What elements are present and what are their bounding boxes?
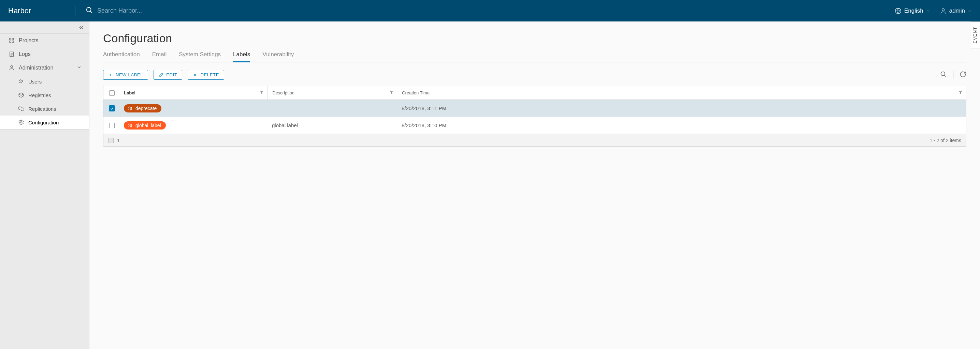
svg-point-3 bbox=[942, 8, 944, 11]
svg-rect-4 bbox=[10, 38, 11, 40]
language-selector[interactable]: English bbox=[895, 8, 930, 14]
action-separator bbox=[953, 71, 953, 79]
sidebar-item-replications[interactable]: Replications bbox=[0, 102, 89, 116]
svg-rect-5 bbox=[12, 38, 14, 40]
tab-authentication[interactable]: Authentication bbox=[103, 51, 140, 62]
svg-point-27 bbox=[131, 126, 132, 127]
svg-point-14 bbox=[22, 81, 23, 82]
chevron-down-icon bbox=[968, 9, 972, 13]
new-label-button[interactable]: New Label bbox=[103, 70, 148, 80]
svg-point-0 bbox=[87, 7, 91, 11]
row-checkbox[interactable] bbox=[109, 123, 115, 128]
sidebar-item-logs[interactable]: Logs bbox=[0, 48, 89, 61]
brand-title: Harbor bbox=[0, 6, 75, 15]
footer-checkbox bbox=[108, 138, 114, 143]
button-label: Delete bbox=[200, 72, 219, 78]
svg-rect-6 bbox=[10, 41, 11, 43]
sidebar-item-users[interactable]: Users bbox=[0, 75, 89, 88]
tab-vulnerability[interactable]: Vulnerability bbox=[262, 51, 294, 62]
search-input[interactable] bbox=[97, 7, 200, 14]
table-row[interactable]: global_label global label 8/20/2018, 3:1… bbox=[103, 117, 966, 134]
tab-email[interactable]: Email bbox=[152, 51, 167, 62]
row-creation-time: 8/20/2018, 3:11 PM bbox=[397, 100, 966, 117]
select-all-checkbox[interactable] bbox=[109, 90, 115, 96]
labels-grid: Label Description Creation Time bbox=[103, 86, 966, 146]
delete-button[interactable]: Delete bbox=[188, 70, 224, 80]
grid-search-icon[interactable] bbox=[940, 71, 947, 79]
grid-header: Label Description Creation Time bbox=[103, 86, 966, 100]
language-label: English bbox=[904, 8, 923, 14]
tab-labels[interactable]: Labels bbox=[233, 51, 250, 62]
sidebar-item-configuration[interactable]: Configuration bbox=[0, 116, 89, 129]
label-chip-text: global_label bbox=[135, 123, 161, 128]
column-header-description[interactable]: Description bbox=[267, 86, 397, 100]
column-header-label[interactable]: Label bbox=[121, 90, 267, 95]
svg-point-15 bbox=[21, 122, 22, 124]
refresh-icon[interactable] bbox=[959, 71, 966, 79]
search-icon bbox=[86, 6, 93, 15]
page-title: Configuration bbox=[103, 32, 966, 45]
grid-footer: 1 1 - 2 of 2 items bbox=[103, 134, 966, 146]
sidebar-item-label: Replications bbox=[28, 106, 56, 112]
column-header-creation-time[interactable]: Creation Time bbox=[397, 86, 966, 100]
user-menu[interactable]: admin bbox=[940, 8, 972, 14]
button-label: Edit bbox=[166, 72, 177, 78]
tab-system-settings[interactable]: System Settings bbox=[179, 51, 221, 62]
svg-point-25 bbox=[129, 124, 130, 125]
column-header-text: Label bbox=[124, 90, 135, 95]
sidebar-item-projects[interactable]: Projects bbox=[0, 34, 89, 48]
selected-count: 1 bbox=[117, 138, 120, 143]
svg-line-1 bbox=[91, 11, 92, 13]
sidebar-item-label: Logs bbox=[19, 51, 31, 57]
sidebar-item-label: Registries bbox=[28, 92, 51, 98]
svg-point-20 bbox=[941, 71, 945, 76]
pagination-range: 1 - 2 of 2 items bbox=[929, 138, 961, 143]
sidebar: Projects Logs Administration Users Regis… bbox=[0, 21, 89, 349]
chevron-down-icon bbox=[77, 65, 81, 71]
button-label: New Label bbox=[116, 72, 143, 78]
label-chip: deprecate bbox=[124, 104, 161, 113]
sidebar-collapse[interactable] bbox=[0, 21, 89, 34]
sidebar-item-registries[interactable]: Registries bbox=[0, 88, 89, 102]
sidebar-item-label: Administration bbox=[19, 65, 53, 71]
svg-line-21 bbox=[945, 75, 946, 77]
column-header-text: Description bbox=[272, 90, 294, 95]
label-chip-text: deprecate bbox=[135, 106, 157, 111]
sidebar-item-label: Configuration bbox=[28, 120, 59, 125]
user-label: admin bbox=[949, 8, 965, 14]
svg-point-23 bbox=[131, 107, 132, 108]
table-row[interactable]: deprecate 8/20/2018, 3:11 PM bbox=[103, 100, 966, 117]
svg-point-24 bbox=[131, 109, 132, 110]
filter-icon[interactable] bbox=[389, 90, 393, 95]
filter-icon[interactable] bbox=[958, 90, 963, 95]
svg-point-22 bbox=[129, 107, 130, 108]
row-description: global label bbox=[267, 117, 397, 133]
filter-icon[interactable] bbox=[260, 90, 264, 95]
label-chip: global_label bbox=[124, 121, 166, 130]
event-panel-toggle[interactable]: EVENT bbox=[971, 21, 980, 48]
config-tabs: Authentication Email System Settings Lab… bbox=[103, 51, 966, 62]
sidebar-item-label: Projects bbox=[19, 38, 38, 44]
chevron-down-icon bbox=[926, 9, 930, 13]
row-creation-time: 8/20/2018, 3:10 PM bbox=[397, 117, 966, 133]
column-header-text: Creation Time bbox=[402, 90, 430, 95]
edit-button[interactable]: Edit bbox=[154, 70, 182, 80]
row-description bbox=[267, 100, 397, 117]
svg-point-26 bbox=[131, 124, 132, 125]
row-checkbox[interactable] bbox=[109, 105, 115, 111]
svg-point-13 bbox=[20, 80, 22, 81]
svg-point-12 bbox=[11, 65, 13, 68]
svg-rect-7 bbox=[12, 41, 14, 43]
sidebar-item-administration[interactable]: Administration bbox=[0, 61, 89, 75]
sidebar-item-label: Users bbox=[28, 79, 41, 84]
